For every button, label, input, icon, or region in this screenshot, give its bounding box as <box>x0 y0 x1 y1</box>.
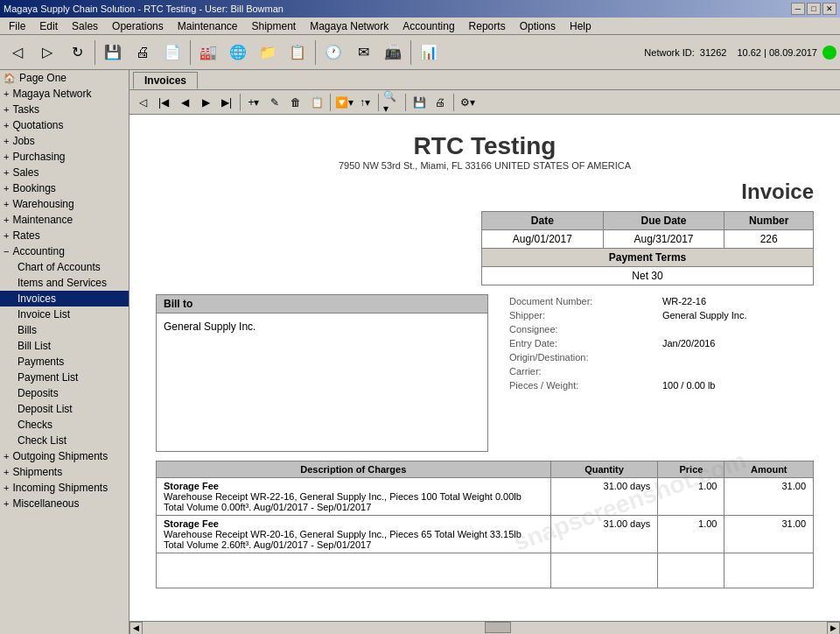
scroll-thumb[interactable] <box>485 622 511 633</box>
menu-accounting[interactable]: Accounting <box>397 18 459 34</box>
scroll-right-arrow[interactable]: ▶ <box>827 622 840 635</box>
network-button[interactable]: 🌐 <box>224 39 252 67</box>
menu-operations[interactable]: Operations <box>107 18 169 34</box>
sort-button[interactable]: ↑▾ <box>355 93 374 112</box>
back-button[interactable]: ◁ <box>4 39 32 67</box>
sidebar-item-tasks[interactable]: + Tasks <box>0 102 129 117</box>
charge-1-qty: 31.00 days <box>550 478 658 516</box>
menu-edit[interactable]: Edit <box>34 18 63 34</box>
invoice-title: Invoice <box>156 180 814 204</box>
sidebar-item-bill-list[interactable]: Bill List <box>0 338 129 354</box>
menu-view[interactable]: Sales <box>66 18 103 34</box>
filter-button[interactable]: 🔽▾ <box>334 93 354 112</box>
sidebar-item-chart-of-accounts[interactable]: Chart of Accounts <box>0 259 129 275</box>
sidebar-item-checks[interactable]: Checks <box>0 417 129 433</box>
sidebar-item-check-list[interactable]: Check List <box>0 433 129 448</box>
menu-help[interactable]: Help <box>564 18 597 34</box>
print-doc-button[interactable]: 🖨 <box>430 93 450 112</box>
details-table: Document Number: WR-22-16 Shipper: Gener… <box>506 294 814 392</box>
edit-button[interactable]: ✎ <box>265 93 284 112</box>
minimize-button[interactable]: ─ <box>791 3 805 15</box>
sidebar-item-maintenance[interactable]: + Maintenance <box>0 212 129 228</box>
sidebar-item-payments[interactable]: Payments <box>0 354 129 370</box>
copy-button[interactable]: 📋 <box>284 39 312 67</box>
sidebar-item-outgoing-shipments[interactable]: + Outgoing Shipments <box>0 448 129 464</box>
horizontal-scrollbar[interactable]: ◀ ▶ <box>130 621 840 634</box>
sub-sep-3 <box>378 94 379 111</box>
menu-magaya-network[interactable]: Magaya Network <box>304 18 394 34</box>
chart-button[interactable]: 📊 <box>415 39 443 67</box>
sidebar-item-miscellaneous[interactable]: + Miscellaneous <box>0 496 129 511</box>
maximize-button[interactable]: □ <box>807 3 821 15</box>
sidebar-label-incoming-shipments: Incoming Shipments <box>12 482 108 494</box>
sidebar-item-deposit-list[interactable]: Deposit List <box>0 401 129 417</box>
bill-to-box: Bill to General Supply Inc. <box>156 294 488 452</box>
charge-row-2: Storage Fee Warehouse Receipt WR-20-16, … <box>157 516 814 553</box>
fax-button[interactable]: 📠 <box>379 39 407 67</box>
copy-doc-button[interactable]: 📋 <box>307 93 326 112</box>
sidebar-item-accounting[interactable]: − Accounting <box>0 243 129 259</box>
nav-reset-button[interactable]: ◁ <box>133 93 152 112</box>
pdf-button[interactable]: 📄 <box>158 39 186 67</box>
sidebar-item-purchasing[interactable]: + Purchasing <box>0 149 129 165</box>
folder-button[interactable]: 📁 <box>254 39 282 67</box>
scroll-left-arrow[interactable]: ◀ <box>130 622 143 635</box>
sidebar-item-invoices[interactable]: Invoices <box>0 291 129 306</box>
tab-invoices[interactable]: Invoices <box>133 72 198 89</box>
company-name: RTC Testing <box>156 132 814 160</box>
doc-number-label: Document Number: <box>506 294 659 308</box>
save-button[interactable]: 💾 <box>99 39 127 67</box>
nav-last-button[interactable]: ▶| <box>217 93 236 112</box>
main-toolbar: ◁ ▷ ↻ 💾 🖨 📄 🏭 🌐 📁 📋 🕐 ✉ 📠 📊 Network ID: … <box>0 35 840 70</box>
sidebar-item-page-one[interactable]: 🏠 Page One <box>0 70 129 86</box>
charges-table: Description of Charges Quantity Price Am… <box>156 461 814 588</box>
warehouse-button[interactable]: 🏭 <box>194 39 222 67</box>
origin-dest-label: Origin/Destination: <box>506 350 659 364</box>
shipments-icon: + <box>4 467 9 477</box>
main-layout: 🏠 Page One + Magaya Network + Tasks + Qu… <box>0 70 840 634</box>
menu-file[interactable]: File <box>4 18 31 34</box>
close-button[interactable]: ✕ <box>822 3 836 15</box>
sidebar-label-purchasing: Purchasing <box>12 151 65 163</box>
sidebar-label-accounting: Accounting <box>12 245 64 257</box>
mail-button[interactable]: ✉ <box>349 39 377 67</box>
network-status-indicator <box>822 46 836 60</box>
export-button[interactable]: 💾 <box>410 93 429 112</box>
payment-terms-value: Net 30 <box>482 267 814 285</box>
refresh-button[interactable]: ↻ <box>63 39 91 67</box>
sidebar-item-sales[interactable]: + Sales <box>0 165 129 180</box>
sidebar-item-jobs[interactable]: + Jobs <box>0 133 129 149</box>
sidebar-item-invoice-list[interactable]: Invoice List <box>0 306 129 322</box>
menu-shipment[interactable]: Shipment <box>246 18 301 34</box>
add-button[interactable]: +▾ <box>244 93 263 112</box>
menu-options[interactable]: Options <box>514 18 561 34</box>
print-button[interactable]: 🖨 <box>129 39 157 67</box>
sidebar: 🏠 Page One + Magaya Network + Tasks + Qu… <box>0 70 130 634</box>
delete-button[interactable]: 🗑 <box>286 93 305 112</box>
nav-first-button[interactable]: |◀ <box>154 93 173 112</box>
clock-button[interactable]: 🕐 <box>319 39 347 67</box>
invoice-header: RTC Testing 7950 NW 53rd St., Miami, FL … <box>156 132 814 171</box>
menu-maintenance[interactable]: Maintenance <box>172 18 243 34</box>
window-title: Magaya Supply Chain Solution - RTC Testi… <box>4 4 284 14</box>
scroll-track[interactable] <box>143 622 827 635</box>
forward-button[interactable]: ▷ <box>33 39 61 67</box>
sidebar-item-bills[interactable]: Bills <box>0 322 129 338</box>
nav-next-button[interactable]: ▶ <box>196 93 215 112</box>
sidebar-item-payment-list[interactable]: Payment List <box>0 370 129 385</box>
sidebar-item-shipments[interactable]: + Shipments <box>0 464 129 480</box>
sidebar-item-magaya-network[interactable]: + Magaya Network <box>0 86 129 102</box>
search-button[interactable]: 🔍▾ <box>382 93 402 112</box>
sidebar-item-bookings[interactable]: + Bookings <box>0 180 129 196</box>
sidebar-item-quotations[interactable]: + Quotations <box>0 117 129 133</box>
sidebar-label-checks: Checks <box>18 419 52 431</box>
sidebar-item-deposits[interactable]: Deposits <box>0 385 129 401</box>
sidebar-item-items-services[interactable]: Items and Services <box>0 275 129 291</box>
sidebar-item-incoming-shipments[interactable]: + Incoming Shipments <box>0 480 129 496</box>
sidebar-item-rates[interactable]: + Rates <box>0 228 129 243</box>
nav-prev-button[interactable]: ◀ <box>175 93 194 112</box>
sidebar-item-warehousing[interactable]: + Warehousing <box>0 196 129 212</box>
maintenance-icon: + <box>4 215 9 225</box>
menu-reports[interactable]: Reports <box>464 18 511 34</box>
settings-button[interactable]: ⚙▾ <box>458 93 477 112</box>
